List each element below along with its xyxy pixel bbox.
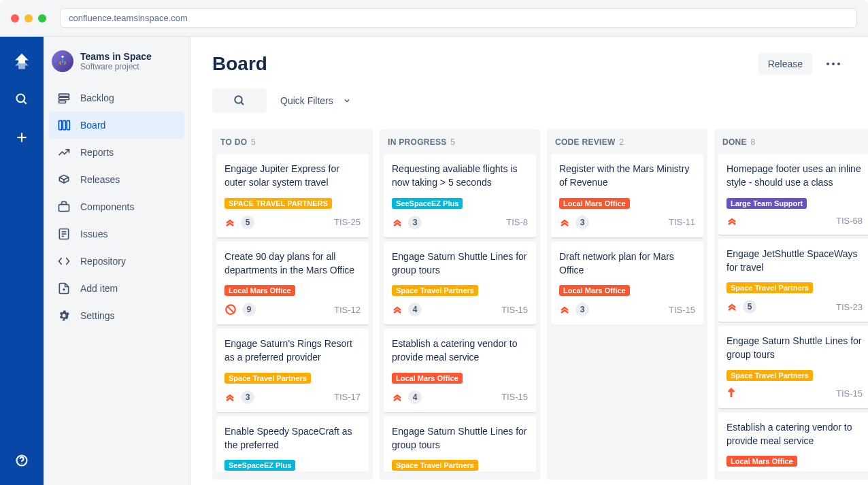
issue-card[interactable]: Establish a catering vendor to provide m…	[718, 412, 868, 471]
svg-point-22	[837, 63, 840, 65]
issue-key: TIS-15	[836, 388, 863, 399]
card-title: Homepage footer uses an inline style - s…	[727, 162, 863, 190]
more-actions-button[interactable]	[820, 59, 846, 69]
svg-point-5	[21, 463, 22, 464]
project-sidebar: Teams in Space Software project BacklogB…	[44, 37, 190, 485]
epic-label[interactable]: SeeSpaceEZ Plus	[392, 198, 463, 209]
issue-card[interactable]: Homepage footer uses an inline style - s…	[718, 154, 868, 235]
sidebar-item-label: Settings	[80, 310, 115, 321]
additem-icon	[57, 282, 71, 295]
kanban-board: TO DO 5 Engage Jupiter Express for outer…	[212, 129, 868, 480]
main-content: Board Release Quick Filters TO DO 5 Enga…	[190, 37, 868, 485]
minimize-window-icon[interactable]	[24, 14, 33, 22]
epic-label[interactable]: Space Travel Partners	[392, 460, 478, 471]
board-column: TO DO 5 Engage Jupiter Express for outer…	[212, 129, 373, 480]
search-icon[interactable]	[11, 88, 33, 110]
issue-card[interactable]: Engage Saturn Shuttle Lines for group to…	[718, 326, 868, 408]
epic-label[interactable]: Local Mars Office	[727, 456, 797, 467]
issue-key: TIS-15	[669, 305, 695, 315]
board-column: DONE 8 Homepage footer uses an inline st…	[714, 129, 868, 480]
svg-rect-11	[63, 120, 65, 129]
project-type: Software project	[80, 62, 152, 71]
issue-card[interactable]: Enable Speedy SpaceCraft as the preferre…	[216, 416, 369, 471]
issue-card[interactable]: Engage Saturn's Rings Resort as a prefer…	[216, 329, 369, 412]
issue-card[interactable]: Create 90 day plans for all departments …	[216, 241, 369, 325]
release-button[interactable]: Release	[758, 53, 812, 75]
priority-icon	[392, 217, 403, 228]
issue-card[interactable]: Engage Saturn Shuttle Lines for group to…	[384, 241, 536, 325]
svg-rect-12	[67, 120, 69, 129]
global-nav	[0, 37, 44, 485]
priority-icon	[559, 217, 570, 228]
sidebar-item-settings[interactable]: Settings	[49, 302, 184, 329]
card-title: Engage Saturn Shuttle Lines for group to…	[392, 424, 528, 452]
epic-label[interactable]: Space Travel Partners	[727, 370, 813, 381]
card-title: Engage JetShuttle SpaceWays for travel	[727, 247, 863, 275]
issue-key: TIS-12	[334, 305, 361, 315]
issue-key: TIS-11	[669, 217, 695, 227]
column-header: CODE REVIEW 2	[551, 137, 703, 154]
epic-label[interactable]: Local Mars Office	[559, 198, 630, 209]
issue-card[interactable]: Engage Saturn Shuttle Lines for group to…	[384, 416, 536, 471]
card-title: Draft network plan for Mars Office	[559, 250, 695, 278]
issue-key: TIS-8	[506, 217, 528, 227]
sidebar-item-label: Repository	[80, 256, 126, 267]
epic-label[interactable]: Local Mars Office	[392, 373, 463, 384]
sidebar-item-repository[interactable]: Repository	[49, 248, 184, 275]
epic-label[interactable]: Local Mars Office	[224, 285, 295, 296]
card-title: Engage Jupiter Express for outer solar s…	[224, 162, 361, 190]
priority-icon	[559, 304, 570, 315]
chevron-down-icon	[343, 97, 351, 105]
priority-icon	[392, 304, 403, 315]
svg-line-1	[24, 101, 27, 104]
quick-filters-dropdown[interactable]: Quick Filters	[280, 95, 351, 106]
issue-card[interactable]: Register with the Mars Ministry of Reven…	[551, 154, 703, 237]
issue-key: TIS-15	[501, 392, 528, 402]
priority-icon	[224, 303, 237, 316]
epic-label[interactable]: Local Mars Office	[559, 285, 630, 296]
sidebar-item-reports[interactable]: Reports	[49, 139, 184, 166]
svg-rect-7	[59, 94, 69, 96]
story-points-badge: 5	[743, 300, 756, 314]
jira-logo-icon[interactable]	[11, 50, 33, 72]
svg-line-24	[241, 102, 244, 105]
project-header[interactable]: Teams in Space Software project	[49, 50, 184, 84]
epic-label[interactable]: SPACE TRAVEL PARTNERS	[224, 198, 332, 209]
board-column: IN PROGRESS 5 Requesting avaliable fligh…	[380, 129, 540, 480]
close-window-icon[interactable]	[11, 14, 19, 22]
create-icon[interactable]	[11, 127, 33, 148]
board-search[interactable]	[212, 88, 267, 113]
column-count: 8	[751, 137, 756, 147]
backlog-icon	[57, 91, 71, 105]
epic-label[interactable]: Space Travel Partners	[727, 282, 813, 293]
column-header: DONE 8	[718, 137, 868, 154]
issue-card[interactable]: Establish a catering vendor to provide m…	[384, 329, 536, 412]
story-points-badge: 5	[241, 216, 254, 229]
issue-card[interactable]: Engage JetShuttle SpaceWays for travel S…	[718, 239, 868, 322]
url-bar[interactable]: confluence.teamsinspace.com	[60, 8, 857, 28]
issue-card[interactable]: Requesting avaliable flights is now taki…	[384, 154, 536, 237]
issue-card[interactable]: Draft network plan for Mars Office Local…	[551, 241, 703, 325]
svg-point-6	[61, 56, 63, 58]
sidebar-item-board[interactable]: Board	[49, 112, 184, 139]
sidebar-item-components[interactable]: Components	[49, 193, 184, 220]
epic-label[interactable]: Space Travel Partners	[392, 285, 478, 296]
sidebar-item-additem[interactable]: Add item	[49, 275, 184, 302]
window-controls	[11, 14, 46, 22]
sidebar-item-releases[interactable]: Releases	[49, 166, 184, 193]
issue-card[interactable]: Engage Jupiter Express for outer solar s…	[216, 154, 369, 237]
epic-label[interactable]: Space Travel Partners	[224, 373, 311, 384]
sidebar-item-backlog[interactable]: Backlog	[49, 84, 184, 112]
sidebar-item-label: Reports	[80, 147, 114, 158]
sidebar-item-issues[interactable]: Issues	[49, 220, 184, 248]
svg-point-20	[827, 63, 829, 65]
epic-label[interactable]: Large Team Support	[727, 198, 807, 209]
reports-icon	[57, 146, 71, 159]
browser-chrome: confluence.teamsinspace.com	[0, 0, 868, 37]
issues-icon	[57, 227, 71, 241]
column-header: TO DO 5	[216, 137, 369, 154]
help-icon[interactable]	[11, 450, 33, 471]
epic-label[interactable]: SeeSpaceEZ Plus	[224, 460, 295, 471]
maximize-window-icon[interactable]	[38, 14, 46, 22]
releases-icon	[57, 173, 71, 186]
